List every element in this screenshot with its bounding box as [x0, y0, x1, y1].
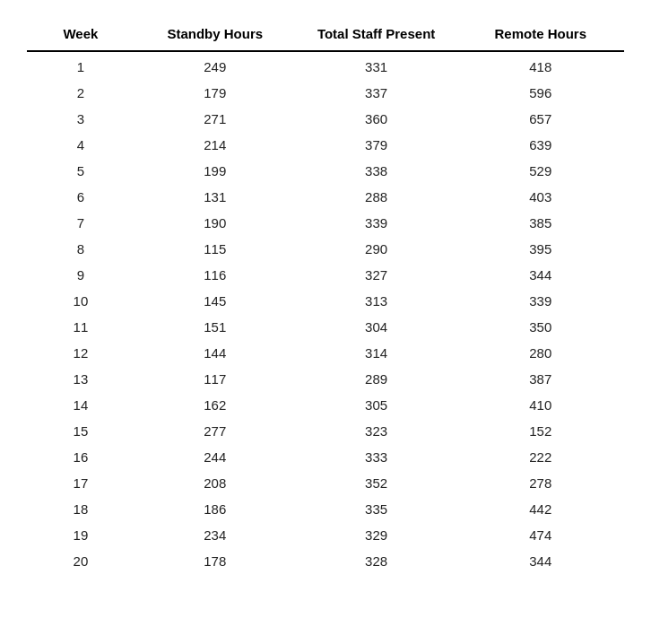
table-row: 3271360657	[27, 106, 624, 132]
cell-total-staff: 360	[296, 106, 457, 132]
cell-standby: 151	[135, 314, 296, 340]
table-row: 11151304350	[27, 314, 624, 340]
cell-standby: 144	[135, 340, 296, 366]
cell-remote: 418	[457, 51, 625, 80]
cell-standby: 178	[135, 548, 296, 576]
table-row: 2179337596	[27, 80, 624, 106]
cell-total-staff: 289	[296, 366, 457, 392]
cell-week: 19	[27, 522, 135, 548]
cell-remote: 442	[457, 496, 625, 522]
table-header-row: Week Standby Hours Total Staff Present R…	[27, 18, 624, 51]
data-table: Week Standby Hours Total Staff Present R…	[27, 18, 624, 576]
cell-total-staff: 304	[296, 314, 457, 340]
cell-total-staff: 333	[296, 444, 457, 470]
cell-remote: 152	[457, 418, 625, 444]
cell-total-staff: 290	[296, 236, 457, 262]
cell-week: 18	[27, 496, 135, 522]
table-row: 15277323152	[27, 418, 624, 444]
cell-total-staff: 379	[296, 132, 457, 158]
cell-total-staff: 288	[296, 184, 457, 210]
cell-standby: 199	[135, 158, 296, 184]
cell-standby: 145	[135, 288, 296, 314]
table-row: 1249331418	[27, 51, 624, 80]
cell-standby: 277	[135, 418, 296, 444]
cell-standby: 162	[135, 392, 296, 418]
cell-remote: 410	[457, 392, 625, 418]
cell-remote: 596	[457, 80, 625, 106]
header-week: Week	[27, 18, 135, 51]
cell-standby: 131	[135, 184, 296, 210]
table-row: 7190339385	[27, 210, 624, 236]
cell-week: 7	[27, 210, 135, 236]
cell-standby: 244	[135, 444, 296, 470]
cell-standby: 271	[135, 106, 296, 132]
cell-total-staff: 323	[296, 418, 457, 444]
table-row: 12144314280	[27, 340, 624, 366]
header-standby: Standby Hours	[135, 18, 296, 51]
cell-total-staff: 314	[296, 340, 457, 366]
cell-week: 4	[27, 132, 135, 158]
cell-standby: 186	[135, 496, 296, 522]
cell-total-staff: 338	[296, 158, 457, 184]
table-row: 6131288403	[27, 184, 624, 210]
cell-week: 9	[27, 262, 135, 288]
cell-remote: 657	[457, 106, 625, 132]
cell-standby: 117	[135, 366, 296, 392]
cell-week: 11	[27, 314, 135, 340]
cell-week: 17	[27, 470, 135, 496]
cell-total-staff: 328	[296, 548, 457, 576]
cell-week: 6	[27, 184, 135, 210]
cell-total-staff: 337	[296, 80, 457, 106]
cell-week: 16	[27, 444, 135, 470]
cell-remote: 350	[457, 314, 625, 340]
cell-week: 3	[27, 106, 135, 132]
cell-remote: 385	[457, 210, 625, 236]
cell-standby: 116	[135, 262, 296, 288]
cell-standby: 179	[135, 80, 296, 106]
cell-remote: 222	[457, 444, 625, 470]
cell-total-staff: 352	[296, 470, 457, 496]
cell-standby: 208	[135, 470, 296, 496]
header-total-staff: Total Staff Present	[296, 18, 457, 51]
header-remote: Remote Hours	[457, 18, 625, 51]
cell-week: 12	[27, 340, 135, 366]
table-row: 4214379639	[27, 132, 624, 158]
cell-standby: 190	[135, 210, 296, 236]
cell-remote: 387	[457, 366, 625, 392]
cell-total-staff: 327	[296, 262, 457, 288]
cell-remote: 278	[457, 470, 625, 496]
cell-week: 10	[27, 288, 135, 314]
table-row: 9116327344	[27, 262, 624, 288]
cell-standby: 115	[135, 236, 296, 262]
cell-remote: 344	[457, 262, 625, 288]
table-row: 19234329474	[27, 522, 624, 548]
cell-remote: 529	[457, 158, 625, 184]
cell-standby: 214	[135, 132, 296, 158]
cell-total-staff: 339	[296, 210, 457, 236]
table-row: 10145313339	[27, 288, 624, 314]
cell-week: 13	[27, 366, 135, 392]
cell-total-staff: 329	[296, 522, 457, 548]
cell-remote: 639	[457, 132, 625, 158]
cell-week: 1	[27, 51, 135, 80]
table-row: 14162305410	[27, 392, 624, 418]
cell-remote: 339	[457, 288, 625, 314]
table-row: 17208352278	[27, 470, 624, 496]
table-row: 5199338529	[27, 158, 624, 184]
cell-total-staff: 305	[296, 392, 457, 418]
cell-remote: 344	[457, 548, 625, 576]
table-row: 16244333222	[27, 444, 624, 470]
cell-week: 14	[27, 392, 135, 418]
cell-total-staff: 331	[296, 51, 457, 80]
cell-standby: 249	[135, 51, 296, 80]
cell-remote: 395	[457, 236, 625, 262]
cell-week: 2	[27, 80, 135, 106]
cell-week: 15	[27, 418, 135, 444]
cell-week: 8	[27, 236, 135, 262]
table-container: Week Standby Hours Total Staff Present R…	[9, 9, 642, 585]
table-row: 8115290395	[27, 236, 624, 262]
cell-standby: 234	[135, 522, 296, 548]
cell-remote: 280	[457, 340, 625, 366]
cell-week: 5	[27, 158, 135, 184]
cell-remote: 474	[457, 522, 625, 548]
